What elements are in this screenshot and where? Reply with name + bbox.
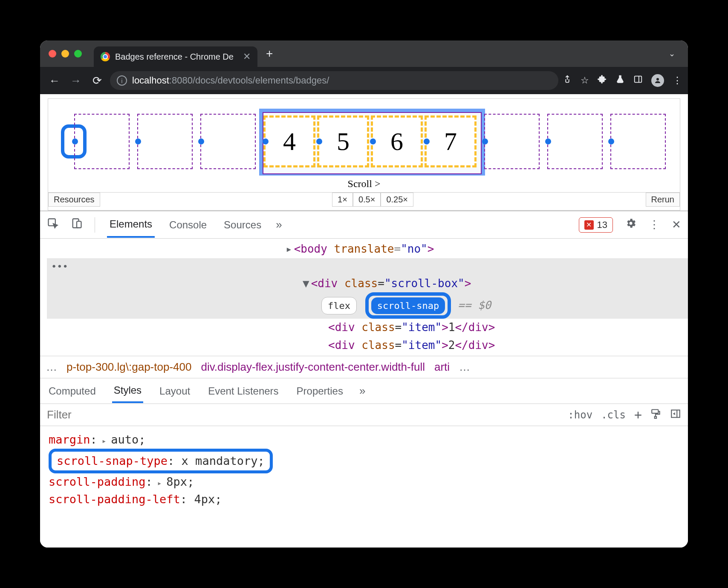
tab-event-listeners[interactable]: Event Listeners — [206, 380, 280, 402]
labs-icon[interactable] — [615, 75, 625, 86]
browser-tab[interactable]: Badges reference - Chrome De ✕ — [94, 46, 257, 67]
site-info-icon[interactable]: i — [117, 75, 127, 86]
profile-avatar[interactable] — [651, 74, 664, 87]
styles-filter-bar: :hov .cls + — [40, 404, 688, 426]
demo-item: 5 — [317, 115, 369, 167]
maximize-window-button[interactable] — [74, 50, 82, 58]
new-tab-button[interactable]: + — [266, 47, 273, 61]
browser-toolbar: ← → ⟳ i localhost:8080/docs/devtools/ele… — [40, 67, 688, 94]
extensions-icon[interactable] — [598, 75, 607, 86]
url-host: localhost — [132, 75, 169, 86]
svg-rect-0 — [635, 76, 642, 83]
tab-layout[interactable]: Layout — [158, 380, 192, 402]
css-declaration-annotated: scroll-snap-type: x mandatory; — [49, 449, 679, 474]
hov-toggle[interactable]: :hov — [568, 409, 592, 421]
styles-filter-input[interactable] — [47, 408, 559, 421]
breadcrumb-segment[interactable]: arti — [434, 360, 450, 374]
resources-button[interactable]: Resources — [48, 193, 100, 207]
dom-breadcrumb[interactable]: … p-top-300.lg\:gap-top-400 div.display-… — [40, 356, 688, 378]
toggle-sidebar-icon[interactable] — [670, 408, 681, 422]
styles-tab-bar: Computed Styles Layout Event Listeners P… — [40, 378, 688, 404]
svg-rect-5 — [77, 221, 81, 228]
zoom-025x[interactable]: 0.25× — [381, 193, 413, 207]
svg-rect-8 — [671, 410, 680, 417]
demo-item: 4 — [263, 115, 315, 167]
svg-point-2 — [656, 78, 659, 81]
close-devtools-icon[interactable]: ✕ — [672, 218, 681, 231]
dom-tree[interactable]: ▸<body translate="no"> ••• ▼<div class="… — [40, 239, 688, 356]
kebab-menu-icon[interactable]: ⋮ — [649, 218, 660, 231]
devtools-panel: Elements Console Sources » ✕ 13 ⋮ ✕ ▸<bo… — [40, 210, 688, 548]
demo-container: 4 5 6 7 Scroll > Resources 1× 0.5× 0.25× — [48, 98, 680, 210]
css-declaration[interactable]: margin: ▸ auto; — [49, 431, 679, 449]
selected-node-ref: == $0 — [458, 299, 491, 311]
breadcrumb-segment[interactable]: div.display-flex.justify-content-center.… — [201, 360, 425, 374]
demo-item — [547, 114, 603, 169]
demo-item: 6 — [371, 115, 423, 167]
more-tabs-icon[interactable]: » — [276, 218, 282, 231]
tab-sources[interactable]: Sources — [221, 213, 264, 237]
chrome-icon — [101, 52, 110, 61]
cls-toggle[interactable]: .cls — [601, 409, 626, 421]
forward-button[interactable]: → — [67, 72, 84, 89]
toolbar-actions: ☆ ⋮ — [563, 74, 682, 87]
device-toggle-icon[interactable] — [71, 217, 83, 232]
settings-icon[interactable] — [625, 217, 637, 232]
svg-rect-7 — [655, 416, 656, 418]
zoom-1x[interactable]: 1× — [332, 193, 353, 207]
demo-item — [484, 114, 540, 169]
scroll-snap-badge[interactable]: scroll-snap — [371, 297, 445, 314]
inspect-icon[interactable] — [47, 217, 59, 232]
minimize-window-button[interactable] — [61, 50, 69, 58]
scroll-snap-demo[interactable]: 4 5 6 7 — [48, 107, 680, 176]
menu-icon[interactable]: ⋮ — [673, 75, 682, 86]
reload-button[interactable]: ⟳ — [89, 72, 106, 89]
traffic-lights — [49, 50, 82, 58]
close-tab-icon[interactable]: ✕ — [243, 51, 251, 62]
demo-item — [137, 114, 193, 169]
zoom-05x[interactable]: 0.5× — [353, 193, 381, 207]
demo-item — [74, 114, 130, 169]
devtools-tab-bar: Elements Console Sources » ✕ 13 ⋮ ✕ — [40, 211, 688, 239]
tabs-dropdown-icon[interactable]: ⌄ — [669, 49, 675, 58]
zoom-controls: 1× 0.5× 0.25× — [332, 193, 413, 207]
tab-console[interactable]: Console — [167, 213, 209, 237]
bookmark-icon[interactable]: ☆ — [581, 75, 589, 86]
demo-item — [610, 114, 666, 169]
close-window-button[interactable] — [49, 50, 56, 58]
tab-computed[interactable]: Computed — [47, 380, 98, 402]
share-icon[interactable] — [563, 75, 572, 86]
tab-properties[interactable]: Properties — [295, 380, 345, 402]
css-declaration[interactable]: scroll-padding-left: 4px; — [49, 491, 679, 508]
demo-footer: Resources 1× 0.5× 0.25× Rerun — [48, 192, 680, 207]
address-bar[interactable]: i localhost:8080/docs/devtools/elements/… — [110, 71, 558, 90]
new-style-rule-icon[interactable]: + — [634, 407, 642, 422]
collapsed-ancestors[interactable]: ••• — [47, 258, 688, 275]
dom-child-node[interactable]: <div class="item">2</div> — [47, 337, 688, 355]
demo-item — [200, 114, 256, 169]
back-button[interactable]: ← — [46, 72, 63, 89]
demo-item: 7 — [425, 115, 477, 167]
url-path: :8080/docs/devtools/elements/badges/ — [169, 75, 329, 86]
css-declaration[interactable]: scroll-padding: ▸ 8px; — [49, 473, 679, 491]
error-icon: ✕ — [584, 220, 594, 230]
more-styles-tabs-icon[interactable]: » — [359, 384, 365, 398]
side-panel-icon[interactable] — [633, 75, 643, 86]
dom-child-node[interactable]: <div class="item">1</div> — [47, 319, 688, 337]
paint-icon[interactable] — [650, 408, 662, 422]
page-viewport: 4 5 6 7 Scroll > Resources 1× 0.5× 0.25× — [40, 94, 688, 210]
titlebar: Badges reference - Chrome De ✕ + ⌄ — [40, 40, 688, 67]
selected-dom-node[interactable]: ▼<div class="scroll-box"> — [47, 275, 688, 293]
tab-elements[interactable]: Elements — [107, 212, 155, 238]
rerun-button[interactable]: Rerun — [646, 193, 680, 207]
error-count-badge[interactable]: ✕ 13 — [579, 217, 613, 233]
scroll-label: Scroll > — [48, 178, 680, 190]
tab-title: Badges reference - Chrome De — [115, 52, 234, 62]
browser-window: Badges reference - Chrome De ✕ + ⌄ ← → ⟳… — [40, 40, 688, 548]
tab-styles[interactable]: Styles — [112, 379, 143, 403]
scroll-snap-badge-annotation: scroll-snap — [365, 292, 451, 319]
svg-rect-6 — [652, 409, 658, 413]
breadcrumb-segment[interactable]: p-top-300.lg\:gap-top-400 — [66, 360, 191, 374]
css-rules-pane[interactable]: margin: ▸ auto; scroll-snap-type: x mand… — [40, 426, 688, 513]
flex-badge[interactable]: flex — [321, 297, 357, 314]
